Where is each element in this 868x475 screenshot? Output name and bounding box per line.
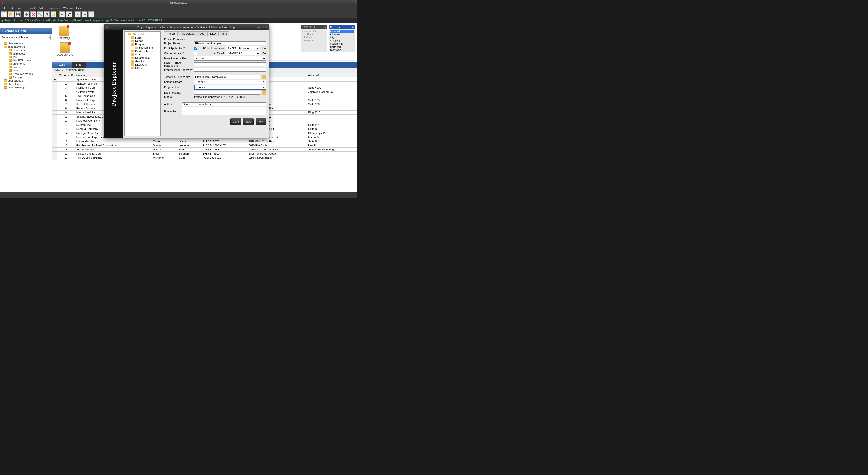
tree-node[interactable]: dbasetemp bbox=[1, 83, 51, 86]
close-icon[interactable]: ✕ bbox=[324, 26, 326, 29]
close-button[interactable]: Close bbox=[230, 118, 241, 125]
tab-project[interactable]: Project bbox=[164, 31, 178, 36]
description-textarea[interactable] bbox=[182, 107, 266, 115]
tree-node[interactable]: dbasesignup bbox=[1, 79, 51, 83]
field-item[interactable]: Address2 bbox=[330, 33, 354, 36]
move-icon[interactable]: ✥ bbox=[106, 26, 108, 29]
tab-inno[interactable]: Inno bbox=[219, 31, 229, 36]
all-icon[interactable]: ALL bbox=[82, 11, 88, 17]
tool-icon[interactable]: 🔧 bbox=[37, 11, 43, 17]
pe-tree-node[interactable]: DLL/OCX bbox=[126, 63, 159, 66]
close-icon[interactable]: ✕ bbox=[352, 26, 354, 29]
new-button[interactable]: New bbox=[256, 118, 266, 125]
field-item[interactable]: HireDate bbox=[302, 36, 327, 39]
pe-tree-node[interactable]: Other bbox=[126, 66, 159, 70]
table-row[interactable]: 19Paulson Capital Corp.BlockStephani301-… bbox=[52, 152, 358, 156]
pe-minimize-button[interactable]: — bbox=[257, 26, 260, 29]
tab-file-details[interactable]: File Details bbox=[178, 31, 196, 36]
exe-icon[interactable]: .exe bbox=[75, 11, 81, 17]
table-row[interactable]: 20The St. Joe CompanyMckinnonZaida(423) … bbox=[52, 156, 358, 160]
col-header[interactable]: CustomerID bbox=[57, 73, 75, 77]
tab-deo[interactable]: DEO bbox=[208, 31, 219, 36]
prog-icon-select[interactable]: <none> bbox=[194, 85, 266, 90]
splash-select[interactable]: <none> bbox=[194, 80, 266, 84]
tree-node[interactable]: fish_RTF_memo bbox=[1, 59, 51, 62]
log-file-input[interactable] bbox=[194, 91, 260, 95]
save-icon[interactable]: 💾 bbox=[15, 11, 21, 17]
field-item[interactable]: City bbox=[330, 36, 354, 39]
data-tab[interactable]: Data bbox=[52, 62, 72, 68]
gear-icon[interactable]: ⚙ bbox=[44, 11, 50, 17]
table-row[interactable]: 17First Horizon National CorporationStan… bbox=[52, 144, 358, 148]
target-exe-input[interactable] bbox=[194, 75, 260, 79]
tree-node[interactable]: Sample bbox=[1, 75, 51, 79]
open-icon[interactable]: 📂 bbox=[8, 11, 14, 17]
browse-log-button[interactable] bbox=[262, 90, 266, 95]
tree-node[interactable]: dmddesntemp bbox=[1, 86, 51, 89]
main-params-input[interactable] bbox=[194, 62, 266, 66]
tree-node[interactable]: parts bbox=[1, 69, 51, 72]
add-icon[interactable]: ➕ bbox=[24, 11, 29, 17]
field-item[interactable]: LastName bbox=[330, 49, 354, 52]
customer-fields-panel[interactable]: CUSTOME...✕ Address1Address2CityCompanyC… bbox=[329, 25, 355, 52]
field-item[interactable]: LastName bbox=[302, 39, 327, 42]
project-files-tree[interactable]: Project FilesFormReportProgramBde4api.pr… bbox=[124, 31, 161, 136]
pe-tree-node[interactable]: Datamodule bbox=[126, 56, 159, 60]
tree-node[interactable]: fish bbox=[1, 55, 51, 59]
field-item[interactable]: CustomerID bbox=[330, 42, 354, 45]
web-app-checkbox[interactable] bbox=[194, 52, 197, 55]
field-item[interactable]: Company bbox=[330, 39, 354, 42]
project-name-input[interactable] bbox=[194, 41, 266, 45]
menu-properties[interactable]: Properties bbox=[48, 6, 60, 9]
new-icon[interactable]: 📄 bbox=[1, 11, 7, 17]
menu-edit[interactable]: Edit bbox=[10, 6, 14, 9]
help-icon[interactable]: ❔ bbox=[88, 11, 94, 17]
minimize-button[interactable]: — bbox=[345, 0, 348, 4]
main-prog-select[interactable]: <none> bbox=[194, 56, 266, 61]
employee-fields-panel[interactable]: EMPLOYEE...✕ EmployeeIDFirstNameHireDate… bbox=[301, 25, 328, 52]
pe-tree-node[interactable]: Report bbox=[126, 39, 159, 43]
author-input[interactable] bbox=[182, 102, 266, 106]
pe-tree-node[interactable]: Form bbox=[126, 36, 159, 39]
pe-tree-node[interactable]: Graphic bbox=[126, 60, 159, 63]
single-tab[interactable]: Singl bbox=[72, 62, 86, 68]
tree-node[interactable]: dbasesamples bbox=[1, 45, 51, 49]
pe-tree-node[interactable]: Program bbox=[126, 43, 159, 46]
maximize-button[interactable]: ❐ bbox=[350, 0, 352, 4]
wizard-icon[interactable]: ✨ bbox=[51, 11, 57, 17]
field-item[interactable]: EmployeeID bbox=[302, 30, 327, 33]
pe-tree-node[interactable]: Bde4api.prg bbox=[126, 46, 159, 50]
tab-log[interactable]: Log bbox=[197, 31, 207, 36]
doc-tab-dm-designer[interactable]: ▣ DM Designer: Untitled1.dmd:CUSTOMERS1 bbox=[106, 19, 162, 22]
pe-tree-node[interactable]: Project Files bbox=[126, 32, 159, 36]
remove-icon[interactable]: ❌ bbox=[30, 11, 36, 17]
tree-node[interactable]: orders bbox=[1, 65, 51, 69]
db-tables-dropdown[interactable]: Databases and Tables ▾ bbox=[1, 35, 51, 40]
menu-view[interactable]: View bbox=[18, 6, 24, 9]
close-button[interactable]: ✕ bbox=[354, 0, 356, 4]
table-row[interactable]: 18AEP IndustriesWilsonMaria931 431 31532… bbox=[52, 148, 358, 152]
table-row[interactable]: 16Moore-Handley, Inc.TrotterIleana941 35… bbox=[52, 139, 358, 144]
pe-close-button[interactable]: ✕ bbox=[265, 26, 267, 29]
doc-tab-project-explorer[interactable]: ◆ Project Explorer: C:\Users\SharpenedPr… bbox=[1, 19, 104, 22]
preproc-input[interactable] bbox=[194, 68, 266, 72]
menu-help[interactable]: Help bbox=[76, 6, 82, 9]
tree-node[interactable]: employees bbox=[1, 52, 51, 55]
ini-type-select[interactable]: STANDARD bbox=[226, 51, 260, 56]
uac-build-select[interactable]: 0 - NO UAC option bbox=[226, 46, 260, 51]
pe-maximize-button[interactable]: ❐ bbox=[261, 26, 264, 29]
field-item[interactable]: FirstName bbox=[330, 45, 354, 49]
field-item[interactable]: FirstName bbox=[302, 33, 327, 36]
menu-project[interactable]: Project bbox=[27, 6, 35, 9]
menu-file[interactable]: File bbox=[2, 6, 6, 9]
menu-build[interactable]: Build bbox=[38, 6, 44, 9]
brush-icon[interactable]: 🖌 bbox=[66, 11, 72, 17]
save-button[interactable]: Save bbox=[243, 118, 254, 125]
browse-exe-button[interactable] bbox=[262, 75, 266, 79]
menu-window[interactable]: Window bbox=[63, 6, 73, 9]
tree-node[interactable]: ResourceImages bbox=[1, 72, 51, 75]
dbasesampl-icon[interactable]: DBASESAMPL bbox=[57, 42, 73, 56]
pe-tree-node[interactable]: Desktop Tables bbox=[126, 50, 159, 53]
deo-app-checkbox[interactable] bbox=[194, 46, 197, 50]
col-header[interactable]: Address2 bbox=[307, 73, 358, 77]
